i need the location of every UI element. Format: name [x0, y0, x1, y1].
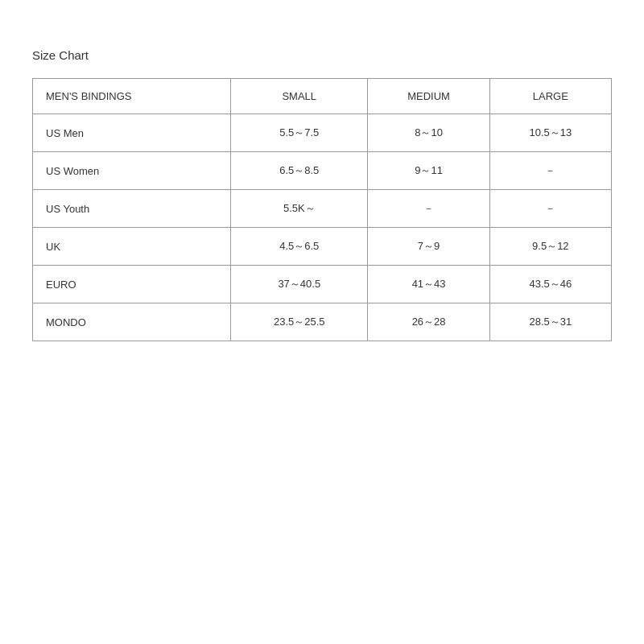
row-cell: 8～10	[368, 114, 489, 152]
row-label: EURO	[33, 266, 231, 303]
size-table: MEN'S BINDINGS SMALL MEDIUM LARGE US Men…	[32, 78, 612, 341]
row-label: UK	[33, 228, 231, 266]
row-cell: 10.5～13	[489, 114, 611, 152]
row-label: US Men	[33, 114, 231, 152]
row-label: US Youth	[33, 190, 231, 228]
table-header-row: MEN'S BINDINGS SMALL MEDIUM LARGE	[33, 79, 612, 114]
row-label: US Women	[33, 152, 231, 190]
col-header-medium: MEDIUM	[368, 79, 489, 114]
page-container: Size Chart MEN'S BINDINGS SMALL MEDIUM L…	[32, 48, 612, 341]
row-cell: 26～28	[368, 303, 489, 341]
row-cell: 37～40.5	[231, 266, 368, 303]
row-cell: 23.5～25.5	[231, 303, 368, 341]
row-cell: 9.5～12	[489, 228, 611, 266]
row-cell: 43.5～46	[489, 266, 611, 303]
row-cell: 5.5～7.5	[231, 114, 368, 152]
row-cell: 7～9	[368, 228, 489, 266]
table-row: US Women6.5～8.59～11－	[33, 152, 612, 190]
table-row: US Youth5.5K～－－	[33, 190, 612, 228]
col-header-small: SMALL	[231, 79, 368, 114]
table-row: EURO37～40.541～4343.5～46	[33, 266, 612, 303]
row-cell: －	[489, 152, 611, 190]
row-cell: 28.5～31	[489, 303, 611, 341]
table-row: UK4.5～6.57～99.5～12	[33, 228, 612, 266]
row-cell: 41～43	[368, 266, 489, 303]
row-cell: 6.5～8.5	[231, 152, 368, 190]
page-title: Size Chart	[32, 48, 612, 62]
row-cell: 5.5K～	[231, 190, 368, 228]
row-cell: －	[489, 190, 611, 228]
row-cell: 4.5～6.5	[231, 228, 368, 266]
col-header-large: LARGE	[489, 79, 611, 114]
row-cell: 9～11	[368, 152, 489, 190]
table-row: US Men5.5～7.58～1010.5～13	[33, 114, 612, 152]
row-label: MONDO	[33, 303, 231, 341]
col-header-category: MEN'S BINDINGS	[33, 79, 231, 114]
table-row: MONDO23.5～25.526～2828.5～31	[33, 303, 612, 341]
row-cell: －	[368, 190, 489, 228]
